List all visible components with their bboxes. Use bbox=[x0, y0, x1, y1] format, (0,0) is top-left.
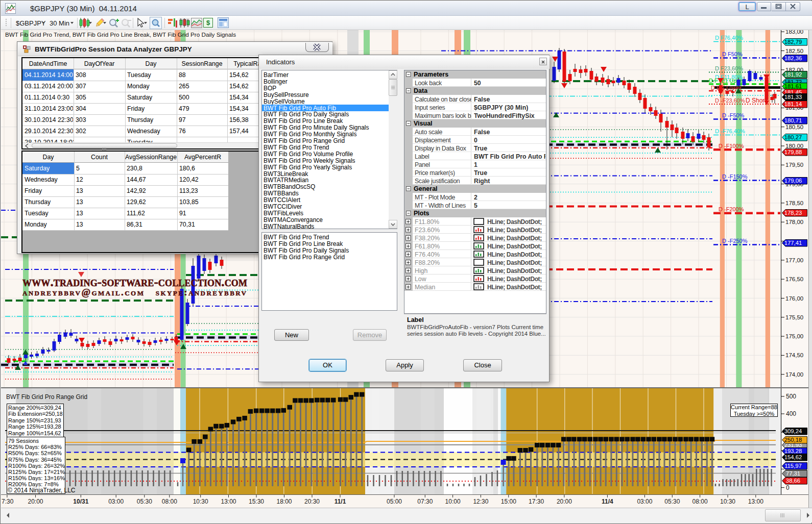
svg-text:D F23,60%: D F23,60% bbox=[715, 65, 743, 71]
svg-text:179,50: 179,50 bbox=[785, 162, 803, 168]
svg-text:180,50: 180,50 bbox=[785, 124, 803, 130]
svg-text:D -F76,40%: D -F76,40% bbox=[715, 128, 745, 134]
svg-text:182,50: 182,50 bbox=[785, 48, 803, 54]
svg-text:178,50: 178,50 bbox=[785, 200, 803, 206]
svg-text:176,50: 176,50 bbox=[785, 276, 803, 282]
svg-text:D F50%: D F50% bbox=[722, 51, 743, 57]
svg-text:D -F200%: D -F200% bbox=[719, 206, 744, 212]
svg-text:0: 0 bbox=[786, 484, 790, 491]
svg-text:178,00: 178,00 bbox=[785, 219, 803, 225]
svg-text:D -F50%: D -F50% bbox=[722, 112, 745, 118]
svg-text:D -F100%: D -F100% bbox=[719, 143, 744, 149]
svg-text:400: 400 bbox=[786, 410, 796, 417]
svg-text:D -F150%: D -F150% bbox=[722, 173, 748, 180]
svg-text:174,00: 174,00 bbox=[785, 371, 803, 378]
svg-text:183,00: 183,00 bbox=[785, 30, 803, 35]
svg-text:177,00: 177,00 bbox=[785, 257, 803, 263]
svg-text:andreybbrv@gmail.com skype:a: andreybbrv@gmail.com skype:andreybbrv bbox=[22, 287, 247, 297]
svg-text:500: 500 bbox=[786, 393, 796, 400]
svg-text:D Short: D Short bbox=[746, 97, 767, 104]
svg-text:D -F250%: D -F250% bbox=[722, 238, 748, 244]
svg-text:176,00: 176,00 bbox=[785, 295, 803, 302]
svg-text:D -F23,60%: D -F23,60% bbox=[715, 97, 745, 104]
svg-text:$: $ bbox=[206, 19, 210, 27]
svg-text:D F76,40%: D F76,40% bbox=[715, 35, 743, 41]
svg-text:174,50: 174,50 bbox=[785, 352, 803, 358]
svg-text:175,00: 175,00 bbox=[785, 333, 803, 339]
svg-text:175,50: 175,50 bbox=[785, 314, 803, 320]
